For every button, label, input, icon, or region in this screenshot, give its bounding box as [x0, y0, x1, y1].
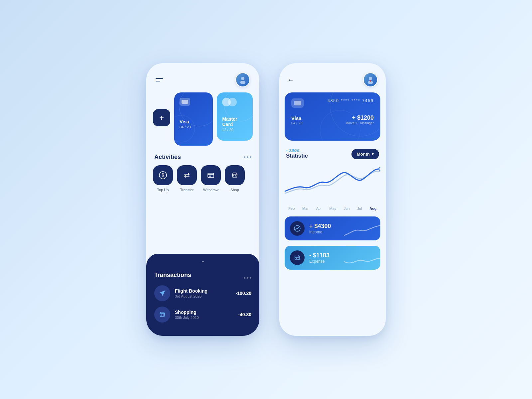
add-card-button[interactable]: +: [153, 109, 170, 126]
card-number: 4850 **** **** 7459: [328, 98, 374, 103]
flight-date: 3rd August 2020: [175, 294, 231, 298]
withdraw-button[interactable]: [201, 165, 221, 185]
activity-shop: Shop: [225, 165, 245, 192]
activities-title: Activities: [154, 154, 181, 161]
svg-point-6: [369, 77, 372, 80]
activity-topup: $ Top Up: [153, 165, 173, 192]
card-type-visa: Visa: [180, 119, 207, 124]
avatar[interactable]: [235, 72, 250, 87]
transactions-title: Transactions: [154, 272, 191, 279]
shopping-name: Shopping: [175, 310, 233, 315]
svg-rect-8: [370, 80, 371, 82]
svg-point-13: [298, 259, 299, 260]
flight-icon-wrap: [154, 285, 170, 301]
chart-label-jul: Jul: [357, 206, 362, 210]
avatar-right[interactable]: [363, 72, 378, 87]
chart-label-feb: Feb: [288, 206, 295, 210]
card-chip: [291, 98, 304, 108]
card-expiry: 04 / 23: [291, 121, 303, 125]
mastercard-card[interactable]: Master Card 12 / 20: [217, 92, 253, 141]
card-name: Visa: [291, 115, 303, 121]
shopping-icon: [158, 311, 166, 319]
chart-label-may: May: [330, 206, 336, 210]
card-top: 4850 **** **** 7459: [291, 98, 374, 108]
card-holder: Marcel L. Kissinger: [345, 121, 374, 125]
card-type-mc: Master Card: [222, 116, 247, 127]
activities-grid: $ Top Up Transfer: [146, 165, 259, 197]
chart-label-aug: Aug: [369, 206, 376, 210]
transfer-label: Transfer: [180, 188, 194, 192]
shopping-amount: -40.30: [238, 312, 251, 317]
topup-label: Top Up: [157, 188, 169, 192]
income-card[interactable]: + $4300 Income: [285, 216, 380, 240]
mc-circles: [222, 98, 247, 106]
income-icon: [290, 221, 305, 236]
chart-label-apr: Apr: [316, 206, 322, 210]
transaction-shopping: Shopping 30th July 2020 -40.30: [154, 307, 251, 323]
transactions-menu[interactable]: [244, 277, 251, 279]
activities-header: Activities: [146, 151, 259, 165]
main-card[interactable]: 4850 **** **** 7459 Visa 04 / 23 + $1200…: [285, 92, 380, 141]
shop-button[interactable]: [225, 165, 245, 185]
card-bottom: Visa 04 / 23 + $1200 Marcel L. Kissinger: [291, 114, 374, 125]
stat-percent: + 2.50%: [286, 149, 308, 153]
income-wave: [344, 222, 380, 240]
stat-title: Statistic: [286, 153, 308, 159]
line-chart: [285, 162, 380, 205]
chart-labels: Feb Mar Apr May Jun Jul Aug: [279, 206, 386, 214]
withdraw-label: Withdraw: [203, 188, 218, 192]
card-chip-icon: [180, 98, 190, 106]
visa-card[interactable]: Visa 04 / 23: [174, 92, 213, 146]
expense-wave: [344, 251, 380, 270]
chart-area: [285, 162, 380, 205]
left-header: [146, 63, 259, 92]
right-header: ←: [279, 63, 386, 92]
month-dropdown[interactable]: Month: [351, 149, 379, 159]
right-phone: ← 4850 **** **** 7459: [279, 63, 386, 336]
activity-withdraw: Withdraw: [201, 165, 221, 192]
cards-area: + Visa 04 / 23 Master Card 12 / 20: [146, 92, 259, 151]
transaction-flight: Flight Booking 3rd August 2020 -100.20: [154, 285, 251, 301]
activity-transfer: Transfer: [177, 165, 197, 192]
flight-amount: -100.20: [236, 291, 251, 296]
chart-label-jun: Jun: [344, 206, 350, 210]
card-expiry-visa: 04 / 23: [180, 125, 207, 129]
chart-label-mar: Mar: [302, 206, 309, 210]
left-phone: + Visa 04 / 23 Master Card 12 / 20: [146, 63, 259, 336]
shopping-icon-wrap: [154, 307, 170, 323]
statistic-header: + 2.50% Statistic Month: [279, 146, 386, 159]
plane-icon: [158, 289, 166, 297]
transfer-button[interactable]: [177, 165, 197, 185]
menu-icon[interactable]: [156, 78, 163, 81]
svg-point-1: [240, 81, 245, 84]
shop-label: Shop: [230, 188, 239, 192]
expense-card[interactable]: - $1183 Expense: [285, 246, 380, 270]
card-amount: + $1200: [345, 114, 374, 121]
svg-rect-4: [208, 173, 214, 178]
topup-button[interactable]: $: [153, 165, 173, 185]
svg-rect-5: [209, 176, 211, 177]
transactions-header: Transactions: [154, 272, 251, 285]
svg-point-0: [241, 77, 244, 80]
expense-icon: [290, 250, 305, 265]
transactions-panel: Transactions: [146, 254, 259, 336]
flight-name: Flight Booking: [175, 288, 231, 294]
activities-menu[interactable]: [244, 156, 251, 158]
back-button[interactable]: ←: [287, 76, 294, 84]
shopping-date: 30th July 2020: [175, 316, 233, 320]
shopping-info: Shopping 30th July 2020: [175, 310, 233, 320]
phones-container: + Visa 04 / 23 Master Card 12 / 20: [146, 63, 386, 336]
card-expiry-mc: 12 / 20: [222, 128, 247, 132]
flight-info: Flight Booking 3rd August 2020: [175, 288, 231, 298]
panel-arrow: [154, 260, 251, 267]
